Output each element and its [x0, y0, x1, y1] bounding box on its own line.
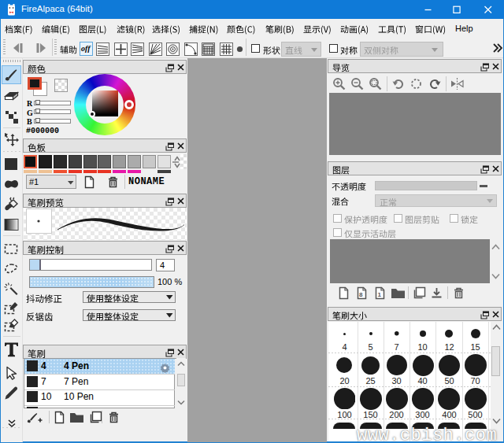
svg-text:1: 1: [378, 291, 382, 298]
svg-text:8: 8: [359, 291, 363, 298]
